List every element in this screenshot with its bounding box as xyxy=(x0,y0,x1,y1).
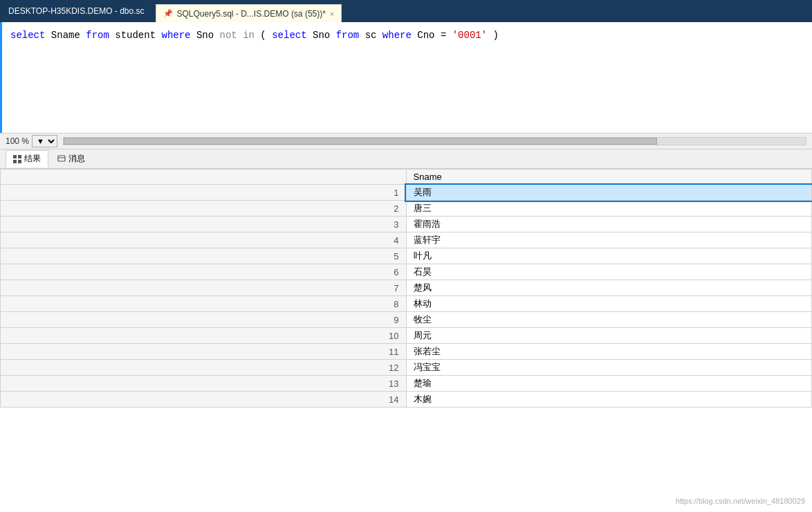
watermark: https://blog.csdn.net/weixin_48180029 xyxy=(676,497,805,505)
sql-line: select Sname from student where Sno not … xyxy=(10,28,804,43)
table-row[interactable]: 6石昊 xyxy=(1,264,812,280)
tab-area: 📌 SQLQuery5.sql - D...IS.DEMO (sa (55))*… xyxy=(156,0,342,22)
sql-close-paren: ) xyxy=(493,30,499,41)
results-table: Sname 1吴雨2唐三3霍雨浩4蓝轩宇5叶凡6石昊7楚风8林动9牧尘10周元1… xyxy=(0,169,812,408)
row-sname: 吴雨 xyxy=(406,185,812,201)
column-sname-header: Sname xyxy=(406,170,812,185)
row-num: 7 xyxy=(1,280,407,296)
row-num: 9 xyxy=(1,312,407,328)
row-num: 3 xyxy=(1,217,407,232)
title-bar: DESKTOP-H35KDIS.DEMO - dbo.sc 📌 SQLQuery… xyxy=(0,0,812,22)
table-row[interactable]: 9牧尘 xyxy=(1,312,812,328)
row-num-header xyxy=(1,170,407,185)
svg-rect-2 xyxy=(13,160,17,163)
sql-space13: = xyxy=(441,30,452,41)
row-num: 13 xyxy=(1,376,407,392)
row-sname: 楚风 xyxy=(406,280,812,296)
table-row[interactable]: 8林动 xyxy=(1,296,812,312)
row-num: 10 xyxy=(1,328,407,344)
row-sname: 唐三 xyxy=(406,201,812,217)
row-num: 14 xyxy=(1,392,407,408)
kw-student: student xyxy=(115,30,156,41)
scrollbar-thumb xyxy=(64,138,657,145)
kw-where2: where xyxy=(382,30,412,41)
table-row[interactable]: 2唐三 xyxy=(1,201,812,217)
tab-results[interactable]: 结果 xyxy=(6,150,48,167)
kw-sno: Sno xyxy=(196,30,214,41)
row-num: 1 xyxy=(1,185,407,201)
table-row[interactable]: 7楚风 xyxy=(1,280,812,296)
table-row[interactable]: 13楚瑜 xyxy=(1,376,812,392)
editor-area[interactable]: select Sname from student where Sno not … xyxy=(0,22,812,133)
row-num: 12 xyxy=(1,360,407,376)
row-sname: 石昊 xyxy=(406,264,812,280)
row-sname: 蓝轩宇 xyxy=(406,232,812,248)
kw-not-in: not in xyxy=(220,30,255,41)
row-sname: 牧尘 xyxy=(406,312,812,328)
row-sname: 周元 xyxy=(406,328,812,344)
kw-where: where xyxy=(161,30,190,41)
results-tab-label: 结果 xyxy=(24,153,41,165)
query-tab[interactable]: 📌 SQLQuery5.sql - D...IS.DEMO (sa (55))*… xyxy=(156,4,342,22)
kw-from: from xyxy=(86,30,109,41)
str-0001: '0001' xyxy=(452,30,487,41)
zoom-dropdown[interactable]: ▼ xyxy=(32,135,57,147)
tab-messages[interactable]: 消息 xyxy=(50,150,93,167)
table-row[interactable]: 3霍雨浩 xyxy=(1,217,812,232)
message-icon xyxy=(57,155,66,163)
sql-space7: ( xyxy=(260,30,266,41)
row-num: 4 xyxy=(1,232,407,248)
title-bar-text: DESKTOP-H35KDIS.DEMO - dbo.sc xyxy=(0,6,153,16)
grid-icon xyxy=(13,155,21,163)
row-num: 11 xyxy=(1,344,407,360)
row-num: 8 xyxy=(1,296,407,312)
kw-from2: from xyxy=(336,30,360,41)
results-area[interactable]: Sname 1吴雨2唐三3霍雨浩4蓝轩宇5叶凡6石昊7楚风8林动9牧尘10周元1… xyxy=(0,169,812,512)
results-tabs: 结果 消息 xyxy=(0,149,812,169)
row-num: 6 xyxy=(1,264,407,280)
kw-sno2: Sno xyxy=(313,30,330,41)
table-row[interactable]: 12冯宝宝 xyxy=(1,360,812,376)
row-num: 2 xyxy=(1,201,407,217)
scrollbar-track[interactable] xyxy=(63,137,806,145)
table-row[interactable]: 4蓝轩宇 xyxy=(1,232,812,248)
row-sname: 木婉 xyxy=(406,392,812,408)
row-num: 5 xyxy=(1,248,407,264)
table-row[interactable]: 11张若尘 xyxy=(1,344,812,360)
table-row[interactable]: 5叶凡 xyxy=(1,248,812,264)
svg-rect-3 xyxy=(18,160,21,163)
kw-sname: Sname xyxy=(51,30,80,41)
tab-close-icon[interactable]: × xyxy=(330,10,334,18)
row-sname: 霍雨浩 xyxy=(406,217,812,232)
kw-select: select xyxy=(10,30,45,41)
table-row[interactable]: 10周元 xyxy=(1,328,812,344)
kw-cno: Cno xyxy=(417,30,434,41)
messages-tab-label: 消息 xyxy=(68,153,85,165)
svg-rect-0 xyxy=(13,155,17,158)
row-sname: 叶凡 xyxy=(406,248,812,264)
table-row[interactable]: 1吴雨 xyxy=(1,185,812,201)
row-sname: 冯宝宝 xyxy=(406,360,812,376)
zoom-label: 100 % xyxy=(6,136,29,146)
tab-pin-icon: 📌 xyxy=(163,9,173,18)
zoom-bar: 100 % ▼ xyxy=(0,133,812,149)
kw-sc: sc xyxy=(365,30,377,41)
row-sname: 楚瑜 xyxy=(406,376,812,392)
table-row[interactable]: 14木婉 xyxy=(1,392,812,408)
tab-label: SQLQuery5.sql - D...IS.DEMO (sa (55))* xyxy=(177,9,326,19)
svg-rect-4 xyxy=(58,156,65,161)
row-sname: 林动 xyxy=(406,296,812,312)
kw-select2: select xyxy=(272,30,306,41)
svg-rect-1 xyxy=(18,155,21,158)
main-layout: select Sname from student where Sno not … xyxy=(0,22,812,512)
row-sname: 张若尘 xyxy=(406,344,812,360)
